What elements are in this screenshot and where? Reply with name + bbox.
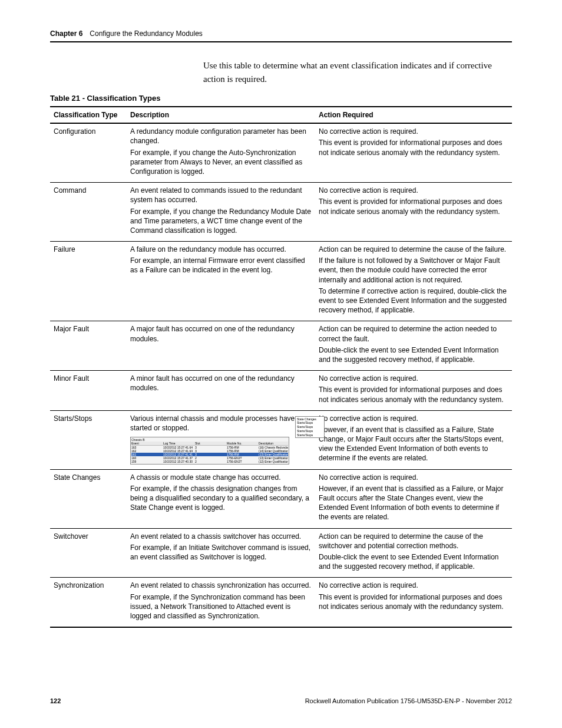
table-row: Minor Fault A minor fault has occurred o… [50,371,512,411]
chapter-label: Chapter 6 [50,29,82,38]
classification-table: Classification Type Description Action R… [50,106,512,628]
cell-desc: A major fault has occurred on one of the… [127,321,315,371]
table-row: Configuration A redundancy module config… [50,123,512,182]
col-header-type: Classification Type [50,107,127,123]
table-caption: Table 21 - Classification Types [50,94,512,103]
cell-type: Synchronization [50,578,127,627]
cell-action: No corrective action is required.However… [315,469,512,528]
cell-type: Major Fault [50,321,127,371]
mini-header-row: Event Log Time Slot Module No. Descripti… [131,442,288,446]
table-row: Failure A failure on the redundancy modu… [50,242,512,321]
cell-desc: A redundancy module configuration parame… [127,123,315,182]
table-row: Synchronization An event related to chas… [50,578,512,627]
cell-action: Action can be required to determine the … [315,321,512,371]
cell-desc: A minor fault has occurred on one of the… [127,371,315,411]
cell-action: No corrective action is required.However… [315,410,512,469]
page-number: 122 [50,697,61,704]
table-row: Starts/Stops Various internal chassis an… [50,410,512,469]
cell-type: Command [50,183,127,242]
cell-action: No corrective action is required.This ev… [315,183,512,242]
table-row: Major Fault A major fault has occurred o… [50,321,512,371]
cell-desc: An event related to chassis synchronizat… [127,578,315,627]
cell-desc: A failure on the redundancy module has o… [127,242,315,321]
embedded-classification-popup: State ChangesStarts/StopsStarts/StopsSta… [295,416,325,439]
cell-type: Switchover [50,528,127,578]
table-row: State Changes A chassis or module state … [50,469,512,528]
table-row: Command An event related to commands iss… [50,183,512,242]
cell-type: Starts/Stops [50,410,127,469]
table-header-row: Classification Type Description Action R… [50,107,512,123]
cell-desc: An event related to a chassis switchover… [127,528,315,578]
page-footer: 122 Rockwell Automation Publication 1756… [50,697,512,704]
cell-type: Minor Fault [50,371,127,411]
cell-type: State Changes [50,469,127,528]
cell-action: Action can be required to determine the … [315,242,512,321]
table-row: Switchover An event related to a chassis… [50,528,512,578]
cell-action: No corrective action is required.This ev… [315,371,512,411]
chapter-title: Configure the Redundancy Modules [90,29,202,38]
cell-desc: Various internal chassis and module proc… [127,410,315,469]
cell-desc: An event related to commands issued to t… [127,183,315,242]
col-header-action: Action Required [315,107,512,123]
cell-type: Configuration [50,123,127,182]
col-header-desc: Description [127,107,315,123]
publication-id: Rockwell Automation Publication 1756-UM5… [305,697,512,704]
starts-desc-text: Various internal chassis and module proc… [130,414,312,433]
intro-paragraph: Use this table to determine what an even… [203,59,512,85]
cell-action: No corrective action is required.This ev… [315,123,512,182]
embedded-event-log-screenshot: Chassis B Event Log Time Slot Module No.… [130,437,289,465]
cell-desc: A chassis or module state change has occ… [127,469,315,528]
page-header: Chapter 6 Configure the Redundancy Modul… [50,29,512,42]
cell-action: No corrective action is required.This ev… [315,578,512,627]
cell-type: Failure [50,242,127,321]
cell-action: Action can be required to determine the … [315,528,512,578]
